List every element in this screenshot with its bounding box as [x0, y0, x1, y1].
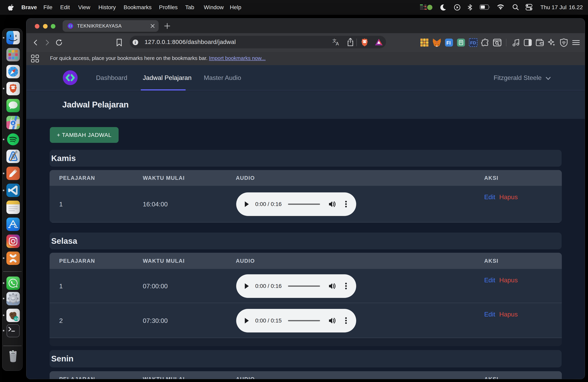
svg-text:FD: FD — [470, 40, 476, 45]
svg-text:CE: CE — [15, 317, 19, 321]
svg-text:FI: FI — [446, 40, 451, 46]
svg-text:A: A — [336, 41, 339, 46]
